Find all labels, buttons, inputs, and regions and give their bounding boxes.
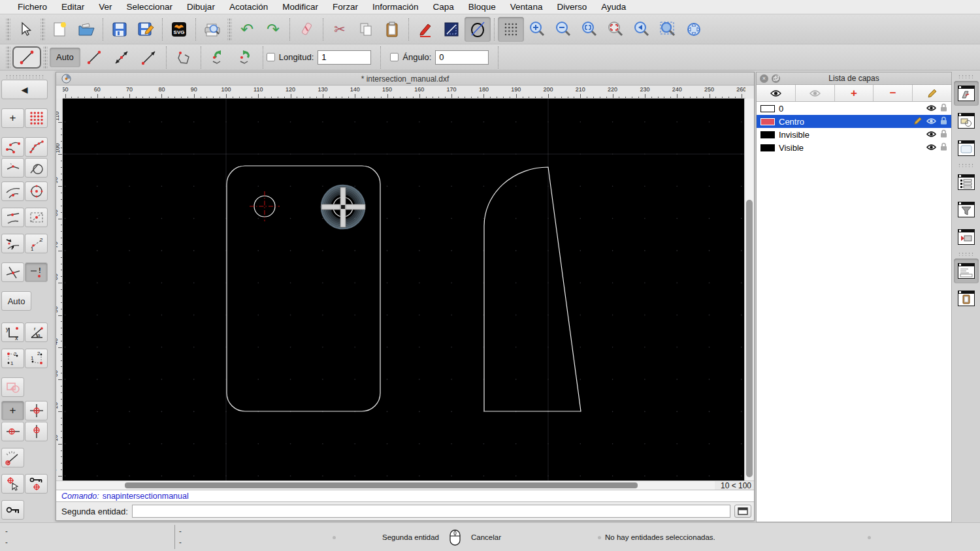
menu-seleccionar[interactable]: Seleccionar — [120, 2, 180, 12]
layer-lock-icon[interactable] — [940, 142, 947, 153]
menu-acotación[interactable]: Acotación — [222, 2, 275, 12]
add-layer-button[interactable]: + — [835, 85, 874, 101]
toolbar-drag-handle[interactable] — [6, 18, 10, 40]
layer-color-swatch[interactable] — [760, 118, 775, 125]
undo-segment-button[interactable] — [204, 46, 232, 69]
menu-forzar[interactable]: Forzar — [325, 2, 365, 12]
undo-button[interactable]: ↶ — [234, 17, 260, 42]
layer-edit-pencil-icon[interactable] — [913, 116, 923, 127]
zoom-out-button[interactable] — [550, 17, 576, 42]
snap-endpoints-button[interactable] — [1, 137, 24, 157]
menu-ventana[interactable]: Ventana — [503, 2, 550, 12]
layer-lock-icon[interactable] — [940, 103, 947, 114]
zoom-window-button[interactable] — [655, 17, 681, 42]
zoom-pan-button[interactable] — [681, 17, 707, 42]
layer-row-visible[interactable]: Visible — [757, 141, 951, 154]
toggle-command-widget-button[interactable] — [954, 259, 979, 283]
hide-all-layers-button[interactable] — [796, 85, 835, 101]
layer-lock-icon[interactable] — [940, 129, 947, 140]
paste-button[interactable] — [379, 17, 405, 42]
layer-visibility-icon[interactable] — [926, 104, 936, 114]
save-button[interactable] — [106, 17, 133, 42]
command-input[interactable] — [132, 505, 730, 518]
snap-back-button[interactable]: ◀ — [1, 80, 48, 99]
draw-ellipse-button[interactable] — [465, 17, 491, 42]
snap-grid-button[interactable] — [25, 108, 48, 128]
snap-on-entity-button[interactable] — [25, 137, 48, 157]
snap-free-button[interactable]: + — [1, 108, 24, 128]
menu-dibujar[interactable]: Dibujar — [180, 2, 222, 12]
line-auto-toggle[interactable]: Auto — [50, 48, 80, 67]
menu-ver[interactable]: Ver — [91, 2, 119, 12]
layer-color-swatch[interactable] — [760, 144, 775, 151]
toggle-entity-list-button[interactable] — [954, 170, 979, 195]
new-file-button[interactable] — [47, 17, 73, 42]
layer-row-0[interactable]: 0 — [757, 102, 951, 115]
snap-tangent-point-button[interactable] — [25, 158, 48, 178]
open-file-button[interactable] — [73, 17, 99, 42]
export-svg-button[interactable]: SVG — [166, 17, 192, 42]
menu-fichero[interactable]: Fichero — [10, 2, 54, 12]
snap-nearest-button[interactable] — [1, 158, 24, 178]
toolbar-drag-handle[interactable] — [958, 74, 975, 78]
show-all-layers-button[interactable] — [757, 85, 796, 101]
line-both-directions-button[interactable] — [108, 46, 135, 69]
polyline-button[interactable] — [170, 46, 197, 69]
close-panel-button[interactable]: × — [760, 74, 768, 83]
snap-center-button[interactable] — [25, 181, 48, 201]
cut-button[interactable]: ✂ — [327, 17, 353, 42]
line-one-direction-button[interactable] — [135, 46, 163, 69]
menu-modificar[interactable]: Modificar — [275, 2, 325, 12]
menu-editar[interactable]: Editar — [54, 2, 91, 12]
zoom-selected-button[interactable] — [602, 17, 629, 42]
vertical-scrollbar[interactable] — [744, 99, 754, 480]
draw-line-button[interactable] — [438, 17, 465, 42]
snap-auto-button[interactable] — [1, 234, 24, 253]
snap-intersection-button[interactable] — [1, 262, 24, 282]
layer-row-centro[interactable]: Centro — [757, 115, 951, 128]
layer-panel-titlebar[interactable]: × Lista de capas — [757, 72, 951, 85]
restrict-special-button[interactable] — [1, 377, 24, 397]
restrict-horizontal-button[interactable] — [1, 422, 24, 441]
toggle-entity-filter-button[interactable] — [954, 197, 979, 222]
select-tool-button[interactable] — [12, 17, 39, 42]
snap-auto-toggle[interactable]: Auto — [1, 291, 31, 311]
edit-layer-button[interactable] — [913, 85, 951, 101]
copy-button[interactable] — [353, 17, 379, 42]
toolbar-drag-handle[interactable] — [43, 46, 48, 69]
vertical-scrollbar-thumb[interactable] — [746, 200, 753, 477]
toolbar-drag-handle[interactable] — [41, 18, 45, 40]
layer-row-invisible[interactable]: Invisible — [757, 128, 951, 141]
menu-diverso[interactable]: Diverso — [549, 2, 594, 12]
lock-position-button[interactable] — [1, 500, 24, 520]
zoom-previous-button[interactable] — [629, 17, 655, 42]
menu-información[interactable]: Información — [365, 2, 426, 12]
line-normal-button[interactable] — [80, 46, 108, 69]
relative-corner-a-button[interactable]: 12 — [1, 349, 24, 368]
delete-button[interactable] — [293, 17, 319, 42]
menu-bloque[interactable]: Bloque — [461, 2, 503, 12]
toggle-command-window-button[interactable] — [734, 505, 751, 518]
drawing-window-titlebar[interactable]: * intersection_manual.dxf — [56, 72, 754, 86]
redo-button[interactable]: ↷ — [260, 17, 286, 42]
layer-color-swatch[interactable] — [760, 131, 775, 138]
redo-segment-button[interactable] — [232, 46, 259, 69]
menu-capa[interactable]: Capa — [426, 2, 461, 12]
layer-visibility-icon[interactable] — [926, 130, 936, 140]
horizontal-scrollbar[interactable] — [56, 481, 715, 490]
snap-intersection-manual-button[interactable]: ! — [25, 262, 48, 282]
toggle-notifications-button[interactable] — [954, 225, 979, 249]
layer-visibility-icon[interactable] — [926, 143, 936, 153]
snap-distance-button[interactable]: 12 — [25, 234, 48, 253]
toggle-library-browser-button[interactable] — [954, 136, 979, 161]
menu-ayuda[interactable]: Ayuda — [594, 2, 633, 12]
restrict-nothing-button[interactable]: + — [1, 401, 24, 420]
toggle-block-list-button[interactable] — [954, 108, 979, 133]
set-relative-zero-button[interactable] — [1, 474, 24, 494]
remove-layer-button[interactable]: − — [874, 85, 913, 101]
toggle-grid-button[interactable] — [498, 17, 524, 42]
lock-relative-zero-button[interactable] — [25, 474, 48, 494]
toolbar-drag-handle[interactable] — [6, 46, 10, 69]
toggle-layer-list-button[interactable] — [954, 81, 979, 106]
layer-visibility-icon[interactable] — [926, 117, 936, 127]
